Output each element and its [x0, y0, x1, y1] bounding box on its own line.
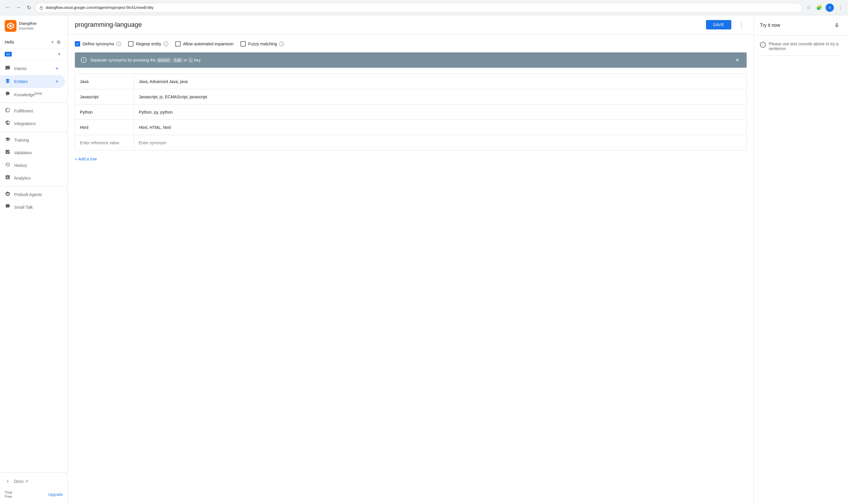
regexp-entity-label: Regexp entity — [136, 41, 161, 46]
save-button[interactable]: SAVE — [706, 20, 731, 30]
history-icon — [5, 162, 11, 169]
try-it-now-label: Try it now — [760, 23, 828, 28]
add-intent-button[interactable]: + — [53, 65, 60, 72]
small-talk-label: Small Talk — [14, 205, 33, 210]
right-panel: Try it now i Please use test console abo… — [754, 15, 848, 504]
sidebar: Dialogflow Essentials Hello ▾ ⚙ en + Int… — [0, 15, 68, 504]
global-selector[interactable]: Hello ▾ ⚙ — [0, 36, 68, 49]
regexp-entity-checkbox[interactable] — [128, 41, 134, 47]
options-row: ✓ Define synonyms i Regexp entity i Allo… — [75, 41, 747, 47]
extensions-button[interactable]: 🧩 — [815, 3, 823, 12]
ref-input[interactable] — [80, 140, 129, 145]
validation-icon — [5, 149, 11, 156]
info-message-text: Please use test console above to try a s… — [769, 41, 842, 51]
nav-divider-3 — [0, 186, 68, 186]
app-container: Dialogflow Essentials Hello ▾ ⚙ en + Int… — [0, 15, 848, 504]
browser-chrome: ← → ↻ dialogflow.cloud.google.com/#/agen… — [0, 0, 848, 15]
hint-info-icon: i — [81, 57, 87, 63]
sidebar-item-intents[interactable]: Intents + — [0, 62, 65, 75]
back-button[interactable]: ← — [3, 3, 12, 12]
app-logo-text: Dialogflow Essentials — [19, 21, 36, 30]
browser-icons: ☆ 🧩 n ⋮ — [804, 3, 845, 12]
microphone-button[interactable] — [831, 20, 842, 31]
fulfillment-label: Fulfillment — [14, 109, 33, 113]
forward-button[interactable]: → — [14, 3, 22, 12]
sidebar-item-history[interactable]: History — [0, 159, 65, 172]
refresh-button[interactable]: ↻ — [25, 3, 33, 12]
sidebar-item-knowledge[interactable]: Knowledge[beta] — [0, 88, 65, 101]
syn-cell-python: Python, py, python — [134, 106, 746, 119]
sidebar-item-docs[interactable]: › Docs ↗ — [0, 475, 65, 487]
add-language-button[interactable]: + — [56, 51, 63, 58]
validation-label: Validation — [14, 150, 32, 155]
fuzzy-matching-option[interactable]: Fuzzy matching i — [240, 41, 284, 47]
regexp-entity-help-icon[interactable]: i — [163, 41, 168, 46]
sidebar-item-validation[interactable]: Validation — [0, 146, 65, 159]
checkbox-check-icon: ✓ — [76, 42, 79, 46]
settings-button[interactable]: ⚙ — [54, 38, 63, 46]
top-bar: programming-language SAVE ⋮ — [68, 15, 754, 34]
define-synonyms-label: Define synonyms — [83, 41, 114, 46]
language-badge[interactable]: en — [5, 52, 12, 56]
analytics-icon — [5, 175, 11, 181]
sidebar-item-analytics[interactable]: Analytics — [0, 172, 65, 184]
allow-expansion-option[interactable]: Allow automated expansion — [175, 41, 233, 47]
small-talk-icon — [5, 204, 11, 211]
ref-input-cell[interactable] — [75, 136, 134, 149]
svg-point-2 — [10, 25, 12, 27]
user-avatar[interactable]: n — [826, 3, 834, 12]
syn-input-cell[interactable] — [134, 136, 746, 149]
ref-cell-html: Html — [75, 121, 134, 134]
sidebar-item-fulfillment[interactable]: Fulfillment — [0, 105, 65, 117]
lock-icon — [39, 5, 43, 10]
hint-text: Separate synonyms by pressing the enter,… — [90, 58, 730, 62]
more-options-button[interactable]: ⋮ — [736, 19, 747, 30]
hint-close-button[interactable]: ✕ — [734, 56, 741, 64]
hint-banner: i Separate synonyms by pressing the ente… — [75, 52, 747, 68]
ref-cell-java: Java — [75, 75, 134, 88]
upgrade-link[interactable]: Upgrade — [48, 492, 63, 497]
url-text: dialogflow.cloud.google.com/#/agent/mypr… — [46, 5, 798, 10]
right-panel-divider — [760, 56, 842, 56]
syn-cell-java: Java, Advanced Java, java — [134, 75, 746, 88]
table-row: Python Python, py, python — [75, 105, 746, 120]
knowledge-label: Knowledge[beta] — [14, 92, 42, 97]
nav-divider-2 — [0, 131, 68, 132]
add-entity-button[interactable]: + — [53, 78, 60, 85]
entities-label: Entities — [14, 79, 28, 84]
add-row-button[interactable]: + Add a row — [75, 156, 97, 162]
training-label: Training — [14, 138, 29, 143]
sidebar-item-entities[interactable]: Entities + — [0, 75, 65, 88]
allow-expansion-label: Allow automated expansion — [183, 41, 233, 46]
sidebar-item-integrations[interactable]: Integrations — [0, 117, 65, 130]
allow-expansion-checkbox[interactable] — [175, 41, 180, 47]
menu-button[interactable]: ⋮ — [836, 3, 845, 12]
prebuilt-agents-label: Prebuilt Agents — [14, 192, 42, 197]
define-synonyms-help-icon[interactable]: i — [116, 41, 121, 46]
define-synonyms-checkbox[interactable]: ✓ — [75, 41, 80, 47]
ref-cell-python: Python — [75, 106, 134, 119]
bookmark-button[interactable]: ☆ — [804, 3, 813, 12]
docs-chevron-icon: › — [5, 478, 11, 484]
sidebar-bottom: › Docs ↗ Trial Free Upgrade — [0, 472, 68, 504]
fuzzy-matching-help-icon[interactable]: i — [279, 41, 284, 46]
sidebar-item-small-talk[interactable]: Small Talk — [0, 201, 65, 213]
trial-text: Trial Free — [5, 490, 46, 499]
address-bar[interactable]: dialogflow.cloud.google.com/#/agent/mypr… — [35, 3, 802, 12]
sidebar-header: Dialogflow Essentials — [0, 15, 68, 36]
trial-upgrade-row: Trial Free Upgrade — [0, 487, 68, 502]
nav-divider-1 — [0, 103, 68, 103]
table-row: Javascript Javascript, js, ECMAScript, j… — [75, 89, 746, 105]
intents-label: Intents — [14, 66, 27, 71]
svg-rect-0 — [40, 7, 42, 9]
syn-cell-javascript: Javascript, js, ECMAScript, javascript — [134, 90, 746, 103]
sidebar-item-training[interactable]: Training — [0, 134, 65, 146]
fuzzy-matching-checkbox[interactable] — [240, 41, 246, 47]
regexp-entity-option[interactable]: Regexp entity i — [128, 41, 168, 47]
fuzzy-matching-label: Fuzzy matching — [248, 41, 277, 46]
syn-input[interactable] — [139, 140, 742, 145]
sidebar-item-prebuilt-agents[interactable]: Prebuilt Agents — [0, 188, 65, 201]
integrations-icon — [5, 120, 11, 127]
define-synonyms-option[interactable]: ✓ Define synonyms i — [75, 41, 121, 47]
knowledge-icon — [5, 91, 11, 98]
